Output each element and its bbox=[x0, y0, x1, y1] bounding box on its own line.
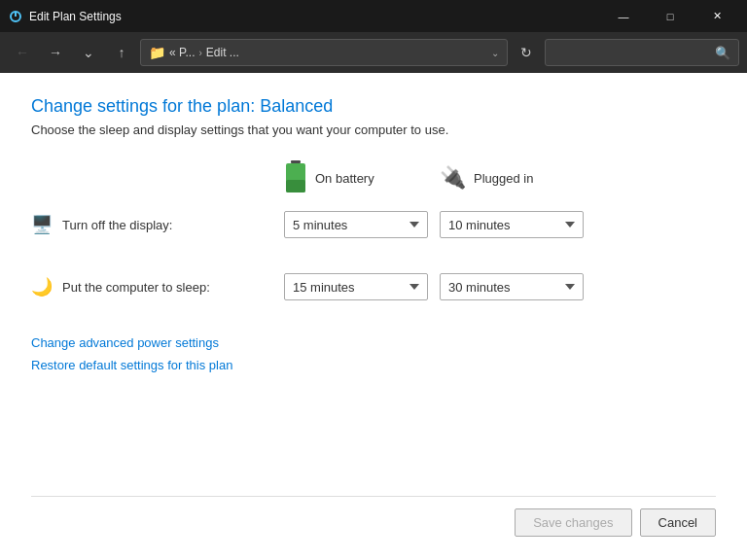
recent-button[interactable]: ⌄ bbox=[74, 38, 103, 67]
save-changes-button[interactable]: Save changes bbox=[515, 508, 631, 537]
address-path-end: Edit ... bbox=[206, 46, 239, 59]
refresh-button[interactable]: ↻ bbox=[512, 38, 541, 67]
sleep-plugged-dropdown[interactable]: 1 minute2 minutes3 minutes5 minutes10 mi… bbox=[440, 273, 584, 300]
display-dropdowns: 1 minute2 minutes3 minutes5 minutes10 mi… bbox=[284, 211, 584, 238]
svg-rect-4 bbox=[286, 180, 305, 192]
display-icon: 🖥️ bbox=[31, 214, 53, 235]
sleep-label: Put the computer to sleep: bbox=[62, 280, 210, 295]
forward-button[interactable]: → bbox=[41, 38, 70, 67]
battery-column-header: On battery bbox=[284, 160, 440, 195]
footer-buttons: Save changes Cancel bbox=[31, 508, 716, 537]
sleep-icon: 🌙 bbox=[31, 276, 53, 298]
display-label-area: 🖥️ Turn off the display: bbox=[31, 214, 284, 235]
back-button[interactable]: ← bbox=[8, 38, 37, 67]
battery-column-label: On battery bbox=[315, 171, 374, 186]
up-button[interactable]: ↑ bbox=[107, 38, 136, 67]
titlebar: Edit Plan Settings — □ ✕ bbox=[0, 0, 747, 32]
sleep-setting-row: 🌙 Put the computer to sleep: 1 minute2 m… bbox=[31, 265, 716, 308]
plug-icon: 🔌 bbox=[440, 165, 466, 191]
page-subheading: Choose the sleep and display settings th… bbox=[31, 122, 716, 137]
close-button[interactable]: ✕ bbox=[694, 0, 739, 32]
address-bar[interactable]: 📁 « P... › Edit ... ⌄ bbox=[140, 39, 508, 66]
restore-defaults-link[interactable]: Restore default settings for this plan bbox=[31, 358, 232, 372]
page-heading: Change settings for the plan: Balanced bbox=[31, 96, 716, 117]
folder-icon: 📁 bbox=[149, 45, 165, 60]
svg-rect-2 bbox=[291, 160, 301, 163]
battery-icon bbox=[284, 160, 307, 195]
display-setting-row: 🖥️ Turn off the display: 1 minute2 minut… bbox=[31, 203, 716, 246]
minimize-button[interactable]: — bbox=[601, 0, 646, 32]
sleep-dropdowns: 1 minute2 minutes3 minutes5 minutes10 mi… bbox=[284, 273, 584, 300]
titlebar-controls: — □ ✕ bbox=[601, 0, 739, 32]
address-dropdown-button[interactable]: ⌄ bbox=[491, 48, 499, 58]
plugged-column-header: 🔌 Plugged in bbox=[440, 165, 595, 191]
path-chevron: › bbox=[198, 48, 201, 58]
search-icon: 🔍 bbox=[715, 46, 730, 60]
advanced-power-settings-link[interactable]: Change advanced power settings bbox=[31, 335, 219, 350]
sleep-label-area: 🌙 Put the computer to sleep: bbox=[31, 276, 284, 298]
maximize-button[interactable]: □ bbox=[648, 0, 693, 32]
footer-separator bbox=[31, 496, 716, 497]
address-path-start: « P... bbox=[169, 46, 195, 59]
main-content: Change settings for the plan: Balanced C… bbox=[0, 73, 747, 560]
addressbar: ← → ⌄ ↑ 📁 « P... › Edit ... ⌄ ↻ 🔍 bbox=[0, 32, 747, 73]
search-box[interactable]: 🔍 bbox=[545, 39, 739, 66]
titlebar-title: Edit Plan Settings bbox=[29, 10, 601, 23]
links-section: Change advanced power settings Restore d… bbox=[31, 335, 716, 372]
plugged-column-label: Plugged in bbox=[474, 171, 533, 186]
display-label: Turn off the display: bbox=[62, 218, 172, 232]
display-plugged-dropdown[interactable]: 1 minute2 minutes3 minutes5 minutes10 mi… bbox=[440, 211, 584, 238]
display-battery-dropdown[interactable]: 1 minute2 minutes3 minutes5 minutes10 mi… bbox=[284, 211, 428, 238]
titlebar-app-icon bbox=[8, 9, 23, 24]
column-headers: On battery 🔌 Plugged in bbox=[31, 160, 716, 195]
sleep-battery-dropdown[interactable]: 1 minute2 minutes3 minutes5 minutes10 mi… bbox=[284, 273, 428, 300]
cancel-button[interactable]: Cancel bbox=[640, 508, 716, 537]
